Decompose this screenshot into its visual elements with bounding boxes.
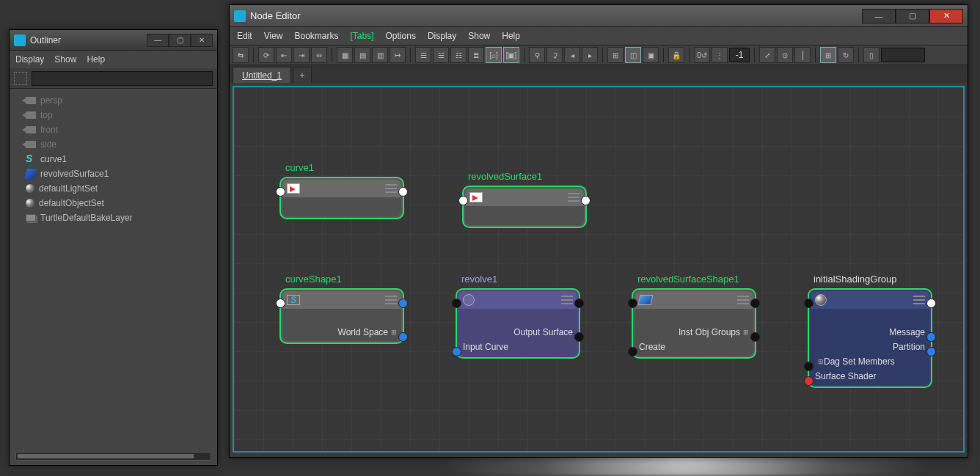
tool-fit-icon[interactable]: ⤢	[759, 47, 775, 63]
tool-pin-icon[interactable]: ⚲	[529, 47, 545, 63]
attr-dag-set-members-port[interactable]	[804, 362, 813, 371]
menu-bookmarks[interactable]: Bookmarks	[294, 31, 338, 41]
attr-message[interactable]: Message	[811, 325, 929, 340]
outliner-item-defaultlightset[interactable]: defaultLightSet	[12, 181, 214, 196]
menu-edit[interactable]: Edit	[237, 31, 252, 41]
menu-options[interactable]: Options	[386, 31, 416, 41]
menu-help[interactable]: Help	[502, 31, 520, 41]
outliner-item-revolvedsurface1[interactable]: revolvedSurface1	[12, 166, 214, 181]
tool-depth-reset-icon[interactable]: 0↺	[694, 47, 710, 63]
input-port[interactable]	[276, 299, 285, 308]
outliner-search-input[interactable]	[32, 71, 213, 86]
node-header[interactable]	[635, 291, 753, 309]
menu-tabs[interactable]: [Tabs]	[351, 31, 374, 41]
tool-depth-limit-icon[interactable]: ⋮	[712, 47, 728, 63]
node-header[interactable]	[458, 291, 577, 309]
tab-add-button[interactable]: +	[293, 67, 312, 83]
tool-filter-icon[interactable]: ▯	[863, 47, 880, 63]
tool-split-icon[interactable]: ⎮	[794, 47, 811, 63]
attr-world-space-port[interactable]	[398, 332, 408, 342]
attr-output-surface-port[interactable]	[574, 332, 584, 342]
node-curve1[interactable]: curve1	[279, 177, 404, 219]
expand-icon[interactable]	[561, 296, 573, 304]
attr-dag-set-members[interactable]: ⊞Dag Set Members	[811, 354, 929, 369]
outliner-titlebar[interactable]: Outliner — ▢ ✕	[10, 30, 217, 51]
node-header[interactable]	[465, 188, 584, 206]
tool-bookmark-back-icon[interactable]: ◂	[564, 47, 580, 63]
tool-remove-icon[interactable]: ▥	[372, 47, 388, 63]
menu-show[interactable]: Show	[468, 31, 490, 41]
tool-lock-icon[interactable]: 🔒	[668, 47, 684, 63]
input-port[interactable]	[628, 299, 637, 308]
node-editor-close-button[interactable]: ✕	[929, 9, 963, 23]
outliner-hscrollbar[interactable]	[15, 452, 211, 461]
expand-icon[interactable]	[913, 296, 925, 304]
node-revolvedsurfaceshape1[interactable]: revolvedSurfaceShape1 Inst Obj Groups⊞ C…	[632, 288, 756, 359]
tool-zoom-all-icon[interactable]: [▣]	[503, 47, 519, 63]
plus-icon[interactable]: ⊞	[818, 358, 824, 365]
node-revolve1[interactable]: revolve1 Output Surface Input Curve	[456, 288, 580, 359]
expand-icon[interactable]	[568, 193, 579, 202]
output-port[interactable]	[926, 299, 936, 308]
tab-untitled-1[interactable]: Untitled_1	[233, 67, 291, 83]
outliner-item-persp[interactable]: persp	[12, 93, 214, 108]
tool-sync-icon[interactable]: ⟳	[258, 47, 274, 63]
output-port[interactable]	[398, 187, 408, 197]
node-initialshadinggroup[interactable]: initialShadingGroup Message Partition ⊞D…	[808, 288, 932, 388]
tool-container-icon[interactable]: ▣	[643, 47, 659, 63]
menu-display[interactable]: Display	[428, 31, 456, 41]
outliner-menu-help[interactable]: Help	[87, 54, 105, 65]
output-port[interactable]	[574, 299, 584, 308]
attr-create-port[interactable]	[628, 347, 637, 356]
tool-detail-all-icon[interactable]: ☷	[450, 47, 467, 63]
tool-layout-icon[interactable]: ▦	[337, 47, 353, 63]
output-port[interactable]	[750, 299, 760, 308]
attr-world-space[interactable]: World Space⊞	[282, 325, 401, 340]
tool-bookmark-fwd-icon[interactable]: ▸	[582, 47, 598, 63]
tool-input-output-icon[interactable]: ⇆	[233, 47, 249, 63]
output-port[interactable]	[581, 196, 590, 205]
tool-grid-toggle-icon[interactable]: ⊞	[820, 47, 836, 63]
outliner-item-curve1[interactable]: Scurve1	[12, 152, 214, 166]
outliner-minimize-button[interactable]: —	[147, 34, 169, 47]
tool-search-field[interactable]	[881, 48, 925, 62]
tool-center-icon[interactable]: ⊙	[777, 47, 793, 63]
plus-icon[interactable]: ⊞	[391, 329, 397, 336]
plus-icon[interactable]: ⊞	[743, 329, 749, 336]
expand-icon[interactable]	[737, 296, 749, 304]
outliner-maximize-button[interactable]: ▢	[169, 34, 191, 47]
attr-inst-obj-groups[interactable]: Inst Obj Groups⊞	[635, 325, 753, 340]
node-revolvedsurface1[interactable]: revolvedSurface1	[462, 186, 587, 228]
outliner-item-side[interactable]: side	[12, 137, 214, 152]
outliner-menu-show[interactable]: Show	[54, 54, 76, 65]
input-port[interactable]	[452, 299, 461, 308]
node-curveshape1[interactable]: curveShape1 S World Space⊞	[279, 288, 404, 344]
scrollbar-thumb[interactable]	[18, 454, 194, 458]
output-port[interactable]	[398, 299, 408, 308]
attr-partition-port[interactable]	[926, 347, 936, 356]
outliner-item-turtlebakelayer[interactable]: TurtleDefaultBakeLayer	[12, 210, 214, 225]
tool-grid-icon[interactable]: ⊞	[607, 47, 624, 63]
outliner-item-defaultobjectset[interactable]: defaultObjectSet	[12, 196, 214, 210]
node-editor-minimize-button[interactable]: —	[862, 9, 896, 23]
input-port[interactable]	[276, 187, 285, 197]
tool-refresh-icon[interactable]: ↻	[838, 47, 854, 63]
node-editor-canvas[interactable]: curve1 revolvedSurface1 curveShape1	[233, 86, 965, 453]
tool-detail-connected-icon[interactable]: ☱	[433, 47, 449, 63]
tool-detail-simple-icon[interactable]: ☰	[415, 47, 431, 63]
node-editor-maximize-button[interactable]: ▢	[896, 9, 929, 23]
attr-surface-shader-port[interactable]	[804, 376, 813, 386]
attr-surface-shader[interactable]: Surface Shader	[811, 369, 929, 384]
input-port[interactable]	[458, 196, 468, 205]
outliner-item-front[interactable]: front	[12, 122, 214, 137]
menu-view[interactable]: View	[264, 31, 283, 41]
outliner-close-button[interactable]: ✕	[191, 34, 213, 47]
attr-create[interactable]: Create	[635, 340, 753, 354]
tool-unpin-icon[interactable]: ⚳	[546, 47, 563, 63]
input-port[interactable]	[804, 299, 813, 308]
tool-detail-custom-icon[interactable]: ≣	[468, 47, 484, 63]
outliner-menu-display[interactable]: Display	[15, 54, 44, 65]
attr-input-curve-port[interactable]	[452, 347, 461, 356]
tool-clear-icon[interactable]: ▤	[354, 47, 370, 63]
tool-expand-both-icon[interactable]: ⇔	[311, 47, 327, 63]
